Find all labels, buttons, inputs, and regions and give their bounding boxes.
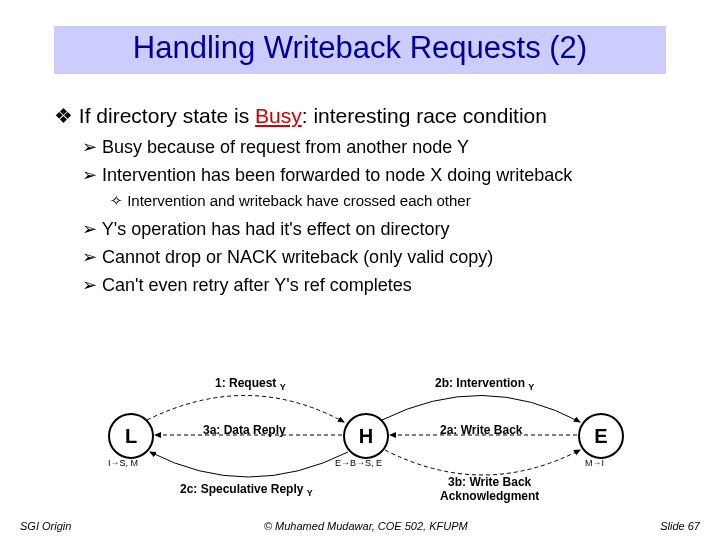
label-data-reply: 3a: Data Reply [203, 423, 286, 437]
bullet-6: Cannot drop or NACK writeback (only vali… [82, 246, 666, 268]
bullet-1-busy: Busy [255, 104, 302, 127]
footer: SGI Origin © Muhamed Mudawar, COE 502, K… [20, 520, 700, 532]
label-spec-reply-sub: Y [307, 488, 313, 498]
label-write-back: 2a: Write Back [440, 423, 522, 437]
bullet-2: Busy because of request from another nod… [82, 136, 666, 158]
slide-title: Handling Writeback Requests (2) [133, 30, 587, 65]
node-H: H [343, 413, 389, 459]
label-wb-ack-l2: Acknowledgment [440, 489, 539, 503]
bullet-1-pre: If directory state is [79, 104, 255, 127]
label-request: 1: Request Y [215, 376, 286, 392]
node-E: E [578, 413, 624, 459]
bullet-1-post: : interesting race condition [302, 104, 547, 127]
slide-title-band: Handling Writeback Requests (2) [54, 26, 666, 74]
label-spec-reply: 2c: Speculative Reply Y [180, 482, 313, 498]
diagram: L H E I→S, M E→B→S, E M→I 1: Request Y 3… [0, 370, 720, 500]
label-request-text: 1: Request [215, 376, 280, 390]
footer-center: © Muhamed Mudawar, COE 502, KFUPM [71, 520, 660, 532]
bullet-7: Can't even retry after Y's ref completes [82, 274, 666, 296]
label-request-sub: Y [280, 382, 286, 392]
bullet-4: Intervention and writeback have crossed … [110, 192, 666, 210]
tag-H: E→B→S, E [335, 458, 382, 468]
label-intervention-text: 2b: Intervention [435, 376, 528, 390]
footer-right: Slide 67 [660, 520, 700, 532]
label-wb-ack: 3b: Write Back Acknowledgment [440, 475, 539, 503]
bullet-1: If directory state is Busy: interesting … [54, 104, 666, 128]
slide-body: If directory state is Busy: interesting … [54, 100, 666, 302]
footer-left: SGI Origin [20, 520, 71, 532]
tag-E: M→I [585, 458, 604, 468]
bullet-5: Y's operation has had it's effect on dir… [82, 218, 666, 240]
label-wb-ack-l1: 3b: Write Back [440, 475, 539, 489]
bullet-3: Intervention has been forwarded to node … [82, 164, 666, 186]
tag-L: I→S, M [108, 458, 138, 468]
label-intervention-sub: Y [528, 382, 534, 392]
label-spec-reply-text: 2c: Speculative Reply [180, 482, 307, 496]
label-intervention: 2b: Intervention Y [435, 376, 534, 392]
node-L: L [108, 413, 154, 459]
